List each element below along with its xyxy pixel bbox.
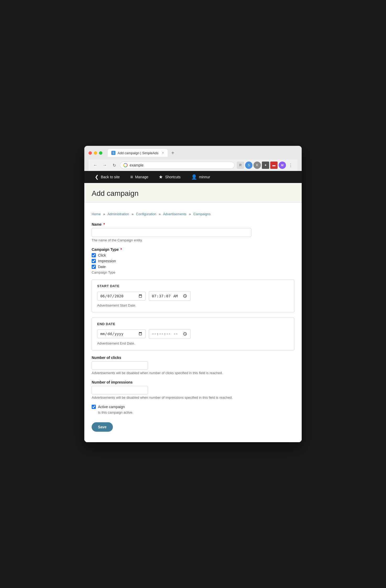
star-icon: ★: [159, 174, 163, 180]
name-input[interactable]: [92, 228, 251, 237]
start-date-title: START DATE: [97, 284, 289, 288]
end-date-time-row: [97, 329, 289, 339]
back-to-site-nav-item[interactable]: ❮ Back to site: [90, 171, 125, 183]
start-time-input[interactable]: [149, 291, 191, 301]
shortcuts-label: Shortcuts: [165, 175, 180, 179]
start-date-help: Advertisement Start Date.: [97, 303, 289, 307]
clicks-label: Number of clicks: [92, 356, 294, 360]
tab-close-icon[interactable]: ×: [162, 151, 164, 155]
breadcrumb-admin-link[interactable]: Administration: [107, 212, 129, 216]
user-label: minnur: [199, 175, 210, 179]
hamburger-icon: ≡: [130, 174, 133, 180]
address-bar[interactable]: example: [120, 162, 235, 169]
end-date-input[interactable]: [97, 329, 146, 338]
date-checkbox-label[interactable]: Date: [92, 265, 294, 269]
extension-icon-3[interactable]: K: [253, 162, 261, 169]
extension-icon-5[interactable]: ▬: [270, 162, 278, 169]
user-nav-item[interactable]: 👤 minnur: [186, 171, 216, 183]
extension-icon-2[interactable]: S: [245, 162, 252, 169]
back-arrow-icon: ❮: [95, 174, 99, 180]
breadcrumb-campaigns-link[interactable]: Campaigns: [193, 212, 211, 216]
browser-window: S Add campaign | SimpleAds × + ← → ↻ exa…: [84, 146, 302, 442]
browser-menu-button[interactable]: ⋮: [287, 162, 294, 169]
manage-nav-item[interactable]: ≡ Manage: [125, 171, 153, 183]
campaign-type-help: Campaign Type: [92, 270, 294, 274]
active-help: Is this campaign active.: [98, 411, 294, 414]
end-date-title: END DATE: [97, 322, 289, 326]
impressions-input[interactable]: [92, 386, 148, 394]
shortcuts-nav-item[interactable]: ★ Shortcuts: [153, 171, 186, 183]
breadcrumb-sep-2: »: [131, 212, 133, 216]
impression-label: Impression: [98, 259, 116, 263]
campaign-type-label: Campaign Type *: [92, 247, 294, 252]
minimize-button-traffic-light[interactable]: [94, 151, 97, 155]
page-content: Add campaign Home » Administration » Con…: [84, 183, 302, 442]
tab-title: Add campaign | SimpleAds: [118, 151, 158, 155]
clicks-form-group: Number of clicks Advertisements will be …: [92, 356, 294, 375]
name-help-text: The name of the Campaign entity.: [92, 238, 294, 242]
breadcrumb-ads-link[interactable]: Advertisements: [163, 212, 186, 216]
campaign-type-checkboxes: Click Impression Date: [92, 253, 294, 269]
page-body: Home » Administration » Configuration » …: [84, 203, 302, 442]
tab-bar: S Add campaign | SimpleAds × +: [108, 149, 177, 157]
start-date-input[interactable]: [97, 292, 146, 301]
date-checkbox[interactable]: [92, 265, 96, 269]
google-icon: [123, 163, 128, 167]
name-label: Name *: [92, 222, 294, 226]
address-text: example: [130, 163, 144, 167]
breadcrumb-sep-4: »: [189, 212, 191, 216]
name-form-group: Name * The name of the Campaign entity.: [92, 222, 294, 242]
browser-titlebar: S Add campaign | SimpleAds × +: [89, 149, 297, 157]
clicks-help: Advertisements will be disabled when num…: [92, 371, 294, 375]
new-tab-button[interactable]: +: [169, 149, 177, 157]
traffic-lights: [89, 151, 102, 155]
toolbar-icons: R S K ✦ ▬ M ⋮: [237, 162, 294, 169]
start-date-section: START DATE Advertisement Start Date.: [92, 280, 294, 312]
close-button-traffic-light[interactable]: [89, 151, 92, 155]
browser-toolbar: ← → ↻ example R S K ✦ ▬ M ⋮: [89, 159, 297, 171]
extension-icon-1[interactable]: R: [237, 162, 244, 169]
campaign-type-form-group: Campaign Type * Click Impression Date: [92, 247, 294, 274]
end-time-input[interactable]: [149, 329, 191, 339]
active-form-group: Active campaign Is this campaign active.: [92, 405, 294, 414]
click-label: Click: [98, 253, 106, 257]
active-label: Active campaign: [98, 405, 125, 409]
active-checkbox[interactable]: [92, 405, 96, 409]
user-icon: 👤: [191, 174, 197, 180]
forward-nav-button[interactable]: →: [101, 162, 108, 169]
breadcrumb-home-link[interactable]: Home: [92, 212, 101, 216]
end-date-section: END DATE Advertisement End Date.: [92, 318, 294, 350]
save-button[interactable]: Save: [92, 422, 113, 432]
breadcrumb: Home » Administration » Configuration » …: [92, 208, 294, 216]
impressions-form-group: Number of impressions Advertisements wil…: [92, 380, 294, 400]
campaign-type-required-star: *: [120, 247, 122, 252]
clicks-input[interactable]: [92, 361, 148, 370]
active-tab[interactable]: S Add campaign | SimpleAds ×: [108, 149, 168, 157]
admin-nav-bar: ❮ Back to site ≡ Manage ★ Shortcuts 👤 mi…: [84, 171, 302, 183]
impressions-label: Number of impressions: [92, 380, 294, 384]
click-checkbox[interactable]: [92, 253, 96, 257]
name-required-star: *: [103, 222, 105, 226]
breadcrumb-sep-1: »: [103, 212, 105, 216]
start-date-time-row: [97, 291, 289, 301]
refresh-nav-button[interactable]: ↻: [111, 162, 118, 169]
end-date-help: Advertisement End Date.: [97, 341, 289, 345]
impressions-help: Advertisements will be disabled when num…: [92, 396, 294, 400]
date-label: Date: [98, 265, 106, 269]
extension-icon-4[interactable]: ✦: [262, 162, 269, 169]
manage-label: Manage: [135, 175, 148, 179]
breadcrumb-config-link[interactable]: Configuration: [136, 212, 156, 216]
back-to-site-label: Back to site: [101, 175, 120, 179]
click-checkbox-label[interactable]: Click: [92, 253, 294, 257]
breadcrumb-sep-3: »: [159, 212, 161, 216]
active-checkbox-label[interactable]: Active campaign: [92, 405, 294, 409]
back-nav-button[interactable]: ←: [92, 162, 99, 169]
tab-favicon: S: [111, 151, 115, 155]
impression-checkbox[interactable]: [92, 259, 96, 263]
page-title: Add campaign: [92, 189, 294, 198]
browser-chrome: S Add campaign | SimpleAds × + ← → ↻ exa…: [84, 146, 302, 171]
page-header: Add campaign: [84, 183, 302, 203]
maximize-button-traffic-light[interactable]: [99, 151, 102, 155]
user-avatar-button[interactable]: M: [279, 162, 286, 169]
impression-checkbox-label[interactable]: Impression: [92, 259, 294, 263]
